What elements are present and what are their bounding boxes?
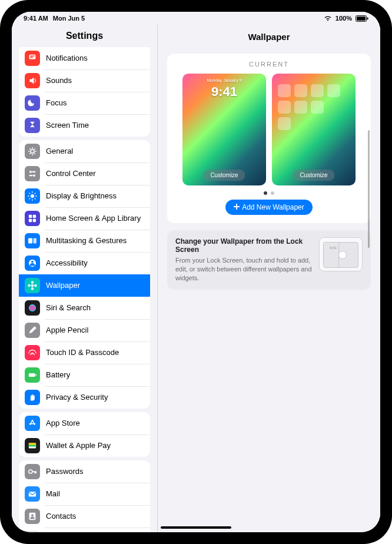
lock-preview-time: 9:41 — [182, 84, 266, 99]
moon-icon — [25, 95, 40, 111]
sidebar-item-mail[interactable]: Mail — [19, 483, 150, 505]
sidebar-item-label: Wallpaper — [46, 281, 144, 290]
sidebar-item-label: App Store — [46, 419, 144, 428]
sidebar-item-notifications[interactable]: Notifications — [19, 47, 150, 69]
sidebar-item-touch-id[interactable]: Touch ID & Passcode — [19, 341, 150, 364]
svg-rect-32 — [29, 492, 36, 496]
sidebar-item-label: Apple Pencil — [46, 326, 144, 335]
rects-icon — [25, 233, 40, 248]
customize-home-button[interactable]: Customize — [293, 170, 334, 181]
status-date: Mon Jun 5 — [53, 15, 85, 22]
home-indicator[interactable] — [161, 526, 231, 529]
svg-point-20 — [31, 284, 34, 287]
svg-rect-16 — [28, 238, 32, 243]
svg-rect-15 — [33, 219, 36, 222]
wallet-icon — [25, 438, 40, 453]
page-title: Wallpaper — [158, 25, 380, 47]
svg-point-22 — [31, 287, 34, 290]
customize-lock-button[interactable]: Customize — [203, 170, 245, 181]
svg-rect-13 — [33, 215, 36, 218]
svg-point-7 — [29, 171, 32, 173]
grid-icon — [25, 211, 40, 226]
home-preview-apps — [278, 84, 340, 130]
svg-rect-29 — [29, 443, 36, 445]
sidebar-item-label: Privacy & Security — [46, 393, 144, 402]
sidebar-title: Settings — [12, 25, 157, 47]
sidebar-item-accessibility[interactable]: Accessibility — [19, 252, 150, 274]
svg-rect-1 — [357, 16, 366, 21]
sidebar-group: GeneralControl CenterDisplay & Brightnes… — [19, 140, 150, 409]
sidebar-item-battery[interactable]: Battery — [19, 364, 150, 386]
sidebar-item-wallpaper[interactable]: Wallpaper — [19, 274, 150, 297]
svg-rect-8 — [32, 171, 35, 173]
sidebar-item-label: Passwords — [46, 467, 144, 476]
siri-icon — [25, 300, 40, 316]
page-dots[interactable] — [175, 191, 363, 195]
sidebar-item-wallet[interactable]: Wallet & Apple Pay — [19, 434, 150, 457]
sidebar-item-display[interactable]: Display & Brightness — [19, 185, 150, 207]
sidebar-item-contacts[interactable]: Contacts — [19, 505, 150, 528]
sidebar-item-privacy[interactable]: Privacy & Security — [19, 386, 150, 409]
lock-screen-preview[interactable]: Monday, January 9 9:41 Customize — [182, 74, 266, 185]
svg-rect-17 — [34, 238, 36, 243]
svg-point-19 — [31, 261, 34, 263]
appstore-icon — [25, 416, 40, 431]
current-label: CURRENT — [175, 61, 363, 68]
home-screen-preview[interactable]: Customize — [272, 74, 356, 185]
sidebar-group: App StoreWallet & Apple Pay — [19, 412, 150, 457]
svg-point-11 — [31, 194, 34, 198]
sidebar-item-apple-pencil[interactable]: Apple Pencil — [19, 319, 150, 341]
key-icon — [25, 464, 40, 479]
person-icon — [25, 256, 40, 271]
sidebar-item-general[interactable]: General — [19, 140, 150, 162]
scroll-indicator[interactable] — [368, 130, 370, 248]
tip-title: Change your Wallpaper from the Lock Scre… — [175, 237, 312, 254]
tip-body: From your Lock Screen, touch and hold to… — [175, 256, 312, 283]
gear-icon — [25, 144, 40, 159]
current-wallpaper-card: CURRENT Monday, January 9 9:41 Customize — [167, 54, 371, 223]
sidebar-item-calendar[interactable]: Calendar — [19, 528, 150, 532]
page-dot-1[interactable] — [264, 191, 267, 195]
sidebar-group: NotificationsSoundsFocusScreen Time — [19, 47, 150, 137]
status-bar: 9:41 AM Mon Jun 5 100% — [12, 12, 380, 25]
svg-rect-26 — [29, 373, 35, 377]
tip-illustration: 9:41 — [319, 237, 363, 271]
svg-rect-4 — [30, 55, 35, 57]
add-button-label: Add New Wallpaper — [242, 203, 304, 211]
sidebar-item-label: Siri & Search — [46, 303, 144, 313]
sidebar-group: PasswordsMailContactsCalendar — [19, 460, 150, 532]
sidebar-item-sounds[interactable]: Sounds — [19, 69, 150, 92]
battery-percent: 100% — [335, 15, 352, 22]
speaker-icon — [25, 73, 40, 88]
svg-rect-2 — [367, 17, 368, 19]
sidebar-item-passwords[interactable]: Passwords — [19, 460, 150, 483]
sidebar-item-label: General — [46, 147, 144, 156]
svg-point-25 — [29, 304, 36, 311]
fingerprint-icon — [25, 345, 40, 360]
svg-rect-12 — [29, 215, 32, 218]
sidebar-item-label: Touch ID & Passcode — [46, 348, 144, 357]
sidebar-item-focus[interactable]: Focus — [19, 92, 150, 114]
settings-sidebar[interactable]: Settings NotificationsSoundsFocusScreen … — [12, 25, 158, 532]
hand-icon — [25, 390, 40, 405]
svg-point-31 — [29, 470, 32, 473]
status-time: 9:41 AM — [24, 15, 48, 22]
svg-rect-3 — [29, 55, 36, 59]
sidebar-item-app-store[interactable]: App Store — [19, 412, 150, 434]
sidebar-item-control-center[interactable]: Control Center — [19, 162, 150, 185]
page-dot-2[interactable] — [271, 191, 274, 195]
sidebar-item-siri[interactable]: Siri & Search — [19, 297, 150, 319]
sidebar-item-screen-time[interactable]: Screen Time — [19, 114, 150, 137]
sidebar-item-multitasking[interactable]: Multitasking & Gestures — [19, 230, 150, 252]
lock-screen-tip: Change your Wallpaper from the Lock Scre… — [167, 230, 371, 290]
sidebar-item-label: Screen Time — [46, 121, 144, 130]
sidebar-item-label: Sounds — [46, 76, 144, 85]
sidebar-item-home-screen[interactable]: Home Screen & App Library — [19, 207, 150, 230]
sidebar-item-label: Home Screen & App Library — [46, 214, 144, 223]
sidebar-item-label: Focus — [46, 98, 144, 108]
mail-icon — [25, 486, 40, 502]
add-new-wallpaper-button[interactable]: Add New Wallpaper — [225, 200, 313, 215]
device-frame: 9:41 AM Mon Jun 5 100% Settings Notifica… — [0, 0, 392, 544]
sidebar-item-label: Notifications — [46, 54, 144, 63]
screen: 9:41 AM Mon Jun 5 100% Settings Notifica… — [12, 12, 380, 532]
